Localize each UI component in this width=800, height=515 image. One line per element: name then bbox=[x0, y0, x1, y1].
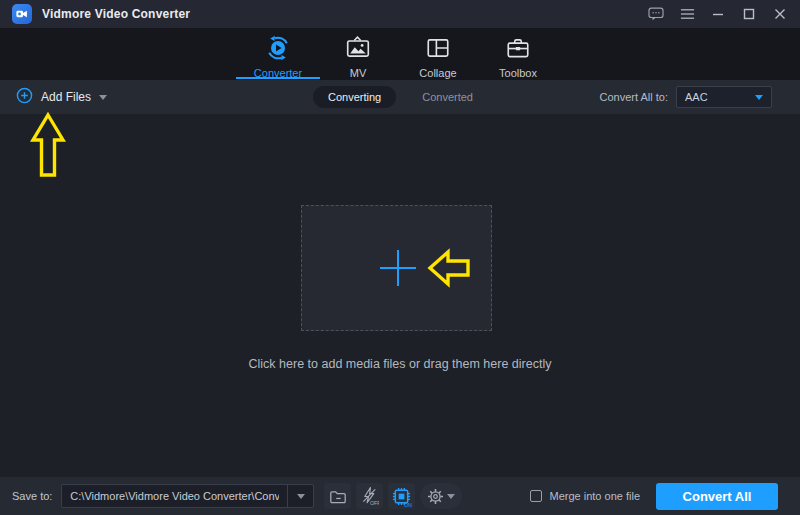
merge-label: Merge into one file bbox=[550, 490, 641, 502]
title-bar: Vidmore Video Converter bbox=[0, 0, 800, 28]
tab-toolbox-label: Toolbox bbox=[499, 67, 537, 79]
add-files-button[interactable]: Add Files bbox=[16, 87, 107, 107]
output-format-value: AAC bbox=[685, 91, 708, 103]
maximize-button[interactable] bbox=[741, 6, 757, 22]
feedback-icon[interactable] bbox=[648, 6, 664, 22]
save-path-caret-icon bbox=[297, 494, 305, 499]
high-speed-toggle-button[interactable]: OFF bbox=[356, 483, 383, 509]
settings-caret-icon bbox=[447, 494, 455, 499]
converted-tab[interactable]: Converted bbox=[416, 91, 479, 103]
tab-toolbox[interactable]: Toolbox bbox=[478, 28, 558, 80]
converter-icon bbox=[265, 35, 291, 64]
chip-icon: ON bbox=[391, 486, 412, 507]
annotation-arrow-up-icon bbox=[30, 112, 66, 182]
nav-tabs: Converter MV bbox=[238, 28, 558, 80]
high-speed-badge: OFF bbox=[370, 500, 379, 506]
active-tab-underline bbox=[236, 77, 320, 79]
tab-mv-label: MV bbox=[350, 67, 367, 79]
dropzone-hint-text: Click here to add media files or drag th… bbox=[0, 357, 800, 371]
save-path-input[interactable] bbox=[62, 490, 287, 502]
converting-tab[interactable]: Converting bbox=[313, 86, 396, 108]
annotation-arrow-left-icon bbox=[427, 247, 471, 293]
vidmore-video-converter-window: Vidmore Video Converter bbox=[0, 0, 800, 515]
close-button[interactable] bbox=[772, 6, 788, 22]
collage-icon bbox=[425, 35, 451, 64]
window-controls bbox=[648, 6, 788, 22]
tab-mv[interactable]: MV bbox=[318, 28, 398, 80]
add-media-plus-icon bbox=[379, 249, 417, 291]
tab-collage[interactable]: Collage bbox=[398, 28, 478, 80]
toolbox-icon bbox=[505, 35, 531, 64]
folder-icon bbox=[329, 488, 347, 505]
merge-into-one-file-option[interactable]: Merge into one file bbox=[530, 490, 641, 502]
convert-all-to-group: Convert All to: AAC bbox=[600, 86, 772, 108]
save-to-label: Save to: bbox=[12, 490, 52, 502]
tab-collage-label: Collage bbox=[419, 67, 456, 79]
format-caret-icon bbox=[755, 95, 763, 100]
hardware-acceleration-toggle-button[interactable]: ON bbox=[388, 483, 415, 509]
window-title: Vidmore Video Converter bbox=[42, 7, 190, 21]
mv-icon bbox=[345, 35, 371, 64]
lightning-icon: OFF bbox=[360, 486, 379, 506]
menu-icon[interactable] bbox=[679, 6, 695, 22]
convert-all-to-label: Convert All to: bbox=[600, 91, 668, 103]
gear-icon bbox=[427, 488, 444, 505]
converter-workspace: Click here to add media files or drag th… bbox=[0, 114, 800, 477]
convert-all-button[interactable]: Convert All bbox=[656, 483, 778, 510]
hardware-badge: ON bbox=[404, 501, 412, 506]
save-path-caret-button[interactable] bbox=[287, 485, 313, 507]
minimize-button[interactable] bbox=[710, 6, 726, 22]
add-files-caret-icon bbox=[99, 95, 107, 100]
media-dropzone[interactable] bbox=[301, 205, 492, 331]
save-path-combobox[interactable] bbox=[61, 484, 314, 508]
settings-button[interactable] bbox=[420, 483, 462, 509]
add-files-label: Add Files bbox=[41, 90, 91, 104]
add-circle-icon bbox=[16, 87, 33, 107]
app-logo-icon bbox=[12, 4, 32, 24]
tab-converter[interactable]: Converter bbox=[238, 28, 318, 80]
merge-checkbox[interactable] bbox=[530, 490, 542, 502]
main-nav: Converter MV bbox=[0, 28, 800, 80]
queue-view-tabs: Converting Converted bbox=[313, 80, 479, 114]
bottom-bar: Save to: OFF ON bbox=[0, 477, 800, 515]
converter-toolbar: Add Files Converting Converted Convert A… bbox=[0, 80, 800, 114]
output-format-select[interactable]: AAC bbox=[676, 86, 772, 108]
open-output-folder-button[interactable] bbox=[324, 483, 351, 509]
